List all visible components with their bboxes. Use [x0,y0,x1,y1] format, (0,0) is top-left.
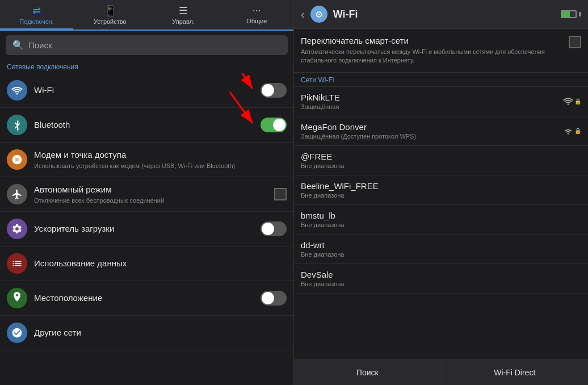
wifi-megafon-name: MegaFon Donver [301,122,562,132]
smart-network-checkbox[interactable] [569,36,581,48]
wifi-free-name: @FREE [301,152,581,161]
list-item-location[interactable]: Местоположение [0,281,293,316]
settings-gear-icon: ⚙ [310,6,327,23]
search-bar[interactable]: 🔍 Поиск [6,35,288,55]
tab-general[interactable]: ··· Общие [220,0,293,30]
wifidirect-button[interactable]: Wi-Fi Direct [442,360,589,385]
wifi-list: PikNikLTE Защищённая 🔒 MegaFon Donver За… [294,87,588,359]
wifi-megafon-status: Защищённая (Доступен протокол WPS) [301,133,562,140]
connections-icon: ⇌ [32,5,41,17]
wifi-toggle-knob [262,84,274,97]
airplane-checkbox[interactable] [274,188,287,200]
location-title: Местоположение [34,292,261,304]
bluetooth-toggle[interactable] [261,118,287,132]
wifi-devsale-name: DevSale [301,270,581,279]
othernets-title: Другие сети [34,327,287,338]
bluetooth-icon [7,115,27,135]
tab-manage[interactable]: ☰ Управл. [147,0,220,30]
search-button[interactable]: Поиск [294,360,442,385]
wifi-network-piknik[interactable]: PikNikLTE Защищённая 🔒 [294,87,588,116]
wifi-piknik-name: PikNikLTE [301,93,562,102]
othernets-icon [7,323,27,343]
bluetooth-content: Bluetooth [34,119,261,131]
wifi-title: Wi-Fi [34,85,261,96]
wifi-bmstu-name: bmstu_lb [301,211,581,220]
wifi-content: Wi-Fi [34,85,261,96]
piknik-lock-icon: 🔒 [574,98,581,104]
wifi-network-devsale[interactable]: DevSale Вне диапазона [294,264,588,294]
back-button[interactable]: ‹ [301,8,305,21]
list-item-airplane[interactable]: Автономный режим Отключение всех беспров… [0,177,293,212]
speedup-title: Ускоритель загрузки [34,223,261,235]
tab-manage-label: Управл. [172,18,195,25]
wifi-toggle-wrap[interactable] [261,83,287,98]
wifi-free-content: @FREE Вне диапазона [301,152,581,169]
tab-general-label: Общие [246,18,267,24]
battery-bar [561,10,577,18]
wifi-network-bmstu[interactable]: bmstu_lb Вне диапазона [294,205,588,235]
wifi-beeline-name: Beeline_WiFi_FREE [301,181,581,191]
speedup-content: Ускоритель загрузки [34,223,261,235]
wifi-network-ddwrt[interactable]: dd-wrt Вне диапазона [294,235,588,264]
smart-network-text: Переключатель смарт-сети Автоматически п… [301,36,563,65]
wifi-devsale-content: DevSale Вне диапазона [301,270,581,287]
wifi-toggle[interactable] [261,83,287,98]
bluetooth-title: Bluetooth [34,119,261,131]
device-icon: 📱 [104,5,116,17]
list-item-modem[interactable]: Модем и точка доступа Использовать устро… [0,143,293,177]
smart-network-section: Переключатель смарт-сети Автоматически п… [294,29,588,73]
airplane-subtitle: Отключение всех беспроводных соединений [34,196,274,204]
tab-connections[interactable]: ⇌ Подключен. [0,0,73,30]
left-panel: ⇌ Подключен. 📱 Устройство ☰ Управл. ··· … [0,0,294,385]
wifi-section-header: Сети Wi-Fi [294,73,588,87]
wifi-devsale-status: Вне диапазона [301,281,581,287]
bluetooth-toggle-knob [273,119,285,131]
wifi-ddwrt-name: dd-wrt [301,240,581,250]
list-item-bluetooth[interactable]: Bluetooth [0,108,293,143]
wifi-beeline-content: Beeline_WiFi_FREE Вне диапазона [301,181,581,199]
wifi-bmstu-content: bmstu_lb Вне диапазона [301,211,581,228]
bluetooth-toggle-wrap[interactable] [261,118,287,132]
list-item-othernets[interactable]: Другие сети [0,316,293,350]
speedup-toggle-knob [262,223,274,235]
battery-fill [562,11,570,17]
general-icon: ··· [253,5,261,16]
wifi-network-free[interactable]: @FREE Вне диапазона [294,146,588,175]
wifi-ddwrt-status: Вне диапазона [301,251,581,258]
location-icon [7,288,27,308]
battery-tip [579,12,581,16]
airplane-icon [7,184,27,204]
search-icon: 🔍 [12,40,24,51]
datausage-title: Использование данных [34,258,287,269]
battery-status [561,10,581,18]
wifi-piknik-signal: 🔒 [562,96,581,106]
wifi-ddwrt-content: dd-wrt Вне диапазона [301,240,581,258]
settings-list: Wi-Fi [0,73,293,385]
tab-connections-label: Подключен. [19,18,54,25]
speedup-toggle[interactable] [261,221,287,236]
list-item-wifi[interactable]: Wi-Fi [0,73,293,108]
megafon-lock-icon: 🔒 [574,128,581,134]
modem-title: Модем и точка доступа [34,149,287,161]
wifi-free-status: Вне диапазона [301,162,581,169]
tab-device-label: Устройство [94,18,127,25]
wifi-network-megafon[interactable]: MegaFon Donver Защищённая (Доступен прот… [294,116,588,146]
manage-icon: ☰ [179,5,188,17]
wifi-bmstu-status: Вне диапазона [301,221,581,228]
modem-icon [7,149,27,170]
airplane-title: Автономный режим [34,184,274,195]
tab-device[interactable]: 📱 Устройство [73,0,146,30]
location-toggle[interactable] [261,291,287,306]
location-content: Местоположение [34,292,261,304]
right-header: ‹ ⚙ Wi-Fi [294,0,588,29]
wifi-megafon-signal: 🔒 [562,125,581,136]
wifi-network-beeline[interactable]: Beeline_WiFi_FREE Вне диапазона [294,175,588,205]
wifi-piknik-status: Защищённая [301,103,562,110]
right-panel: ‹ ⚙ Wi-Fi Переключатель смарт-сети Автом… [294,0,588,385]
list-item-datausage[interactable]: Использование данных [0,246,293,281]
smart-network-title: Переключатель смарт-сети [301,36,563,45]
wifi-megafon-content: MegaFon Donver Защищённая (Доступен прот… [301,122,562,140]
list-item-speedup[interactable]: Ускоритель загрузки [0,212,293,246]
modem-content: Модем и точка доступа Использовать устро… [34,149,287,170]
wifi-beeline-status: Вне диапазона [301,192,581,199]
